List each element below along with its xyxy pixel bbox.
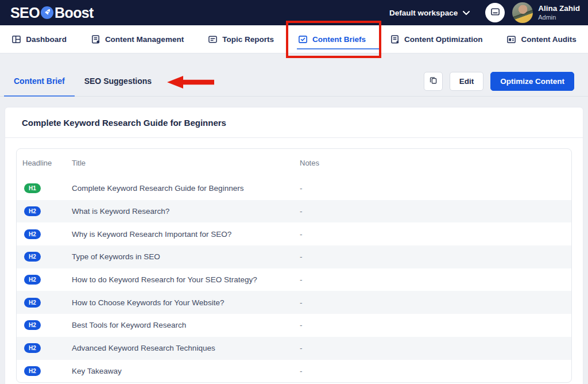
row-notes: - xyxy=(300,230,571,239)
table-row[interactable]: H2 How to Choose Keywords for Your Websi… xyxy=(17,291,571,314)
chevron-down-icon xyxy=(463,9,470,17)
optimize-content-button[interactable]: Optimize Content xyxy=(490,72,574,91)
row-notes: - xyxy=(300,184,571,193)
row-title: How to Choose Keywords for Your Website? xyxy=(72,298,300,307)
headline-level-badge: H1 xyxy=(24,183,41,193)
row-title: What is Keyword Research? xyxy=(72,207,300,216)
document-gear-icon xyxy=(91,34,100,44)
headline-level-badge: H2 xyxy=(24,320,41,330)
table-body: H1 Complete Keyword Research Guide for B… xyxy=(17,177,571,382)
nav-label: Topic Reports xyxy=(222,35,274,44)
row-title: Type of Keywords in SEO xyxy=(72,252,300,261)
report-folder-icon xyxy=(208,34,218,44)
table-header-row: Headline Title Notes xyxy=(17,149,571,177)
edit-button[interactable]: Edit xyxy=(450,72,484,91)
row-notes: - xyxy=(300,252,571,261)
nav-label: Content Optimization xyxy=(404,35,482,44)
workspace-selector[interactable]: Default workspace xyxy=(389,9,470,17)
row-title: Best Tools for Keyword Research xyxy=(72,321,300,329)
tab-content-brief[interactable]: Content Brief xyxy=(4,66,75,96)
copy-button[interactable] xyxy=(424,72,443,91)
nav-label: Content Briefs xyxy=(312,35,366,44)
row-notes: - xyxy=(300,321,571,329)
user-role: Admin xyxy=(538,14,580,21)
content-brief-card: Complete Keyword Research Guide for Begi… xyxy=(5,107,583,384)
top-navbar: SEO Boost Default workspace Alina Zahid … xyxy=(0,0,588,25)
dashboard-icon xyxy=(11,34,21,44)
device-widget-button[interactable] xyxy=(485,3,505,22)
table-row[interactable]: H2 Key Takeaway - xyxy=(17,360,571,383)
tab-label: SEO Suggestions xyxy=(84,76,152,86)
table-row[interactable]: H2 Why is Keyword Research Important for… xyxy=(17,222,571,245)
nav-label: Content Audits xyxy=(521,35,576,44)
nav-item-dashboard[interactable]: Dashboard xyxy=(11,25,67,53)
row-title: Key Takeaway xyxy=(72,367,300,375)
tab-seo-suggestions[interactable]: SEO Suggestions xyxy=(75,66,161,96)
brief-title: Complete Keyword Research Guide for Begi… xyxy=(5,107,583,138)
table-row[interactable]: H2 How to do Keyword Research for Your S… xyxy=(17,268,571,291)
subtabs: Content Brief SEO Suggestions xyxy=(4,66,214,96)
nav-label: Dashboard xyxy=(26,35,67,44)
user-menu[interactable]: Alina Zahid Admin xyxy=(512,2,580,23)
row-notes: - xyxy=(300,275,571,284)
headline-level-badge: H2 xyxy=(24,252,41,262)
brief-actions: Edit Optimize Content xyxy=(424,66,574,96)
checklist-icon xyxy=(298,34,308,44)
table-row[interactable]: H2 Advanced Keyword Research Techniques … xyxy=(17,337,571,360)
row-title: Advanced Keyword Research Techniques xyxy=(72,344,300,352)
headline-level-badge: H2 xyxy=(24,229,41,239)
column-header-title: Title xyxy=(72,159,300,167)
logo-text-seo: SEO xyxy=(10,5,40,21)
subtab-toolbar-row: Content Brief SEO Suggestions Edit Optim… xyxy=(0,53,588,97)
topbar-right: Default workspace Alina Zahid Admin xyxy=(389,2,580,23)
headline-level-badge: H2 xyxy=(24,206,41,216)
annotation-red-arrow-icon xyxy=(167,67,214,97)
main-navigation: Dashboard Content Management Topic Repor… xyxy=(0,25,588,53)
nav-item-content-management[interactable]: Content Management xyxy=(91,25,184,53)
nav-item-topic-reports[interactable]: Topic Reports xyxy=(208,25,274,53)
row-title: Why is Keyword Research Important for SE… xyxy=(72,230,300,239)
row-notes: - xyxy=(300,344,571,352)
user-name: Alina Zahid xyxy=(538,4,580,13)
headline-level-badge: H2 xyxy=(24,366,41,376)
outline-table: Headline Title Notes H1 Complete Keyword… xyxy=(16,148,572,383)
audit-list-icon xyxy=(506,34,516,44)
copy-icon xyxy=(428,75,438,87)
row-notes: - xyxy=(300,298,571,307)
table-row[interactable]: H2 Best Tools for Keyword Research - xyxy=(17,314,571,337)
monitor-icon xyxy=(490,6,501,19)
nav-item-content-audits[interactable]: Content Audits xyxy=(506,25,576,53)
document-edit-icon xyxy=(390,34,400,44)
table-row[interactable]: H2 Type of Keywords in SEO - xyxy=(17,245,571,268)
row-notes: - xyxy=(300,207,571,216)
logo-text-boost: Boost xyxy=(55,5,94,21)
column-header-notes: Notes xyxy=(300,159,571,167)
column-header-headline: Headline xyxy=(22,159,72,167)
workspace-label: Default workspace xyxy=(389,9,458,17)
nav-item-content-briefs[interactable]: Content Briefs xyxy=(298,25,366,53)
table-row[interactable]: H1 Complete Keyword Research Guide for B… xyxy=(17,177,571,200)
table-row[interactable]: H2 What is Keyword Research? - xyxy=(17,200,571,223)
headline-level-badge: H2 xyxy=(24,343,41,353)
row-title: How to do Keyword Research for Your SEO … xyxy=(72,275,300,284)
avatar xyxy=(512,2,533,23)
row-notes: - xyxy=(300,367,571,375)
headline-level-badge: H2 xyxy=(24,298,41,308)
rocket-icon xyxy=(40,6,54,20)
nav-item-content-optimization[interactable]: Content Optimization xyxy=(390,25,482,53)
headline-level-badge: H2 xyxy=(24,275,41,285)
nav-label: Content Management xyxy=(105,35,184,44)
row-title: Complete Keyword Research Guide for Begi… xyxy=(72,184,300,193)
seoboost-logo[interactable]: SEO Boost xyxy=(10,5,94,21)
user-meta: Alina Zahid Admin xyxy=(538,4,580,21)
tab-label: Content Brief xyxy=(14,76,65,86)
